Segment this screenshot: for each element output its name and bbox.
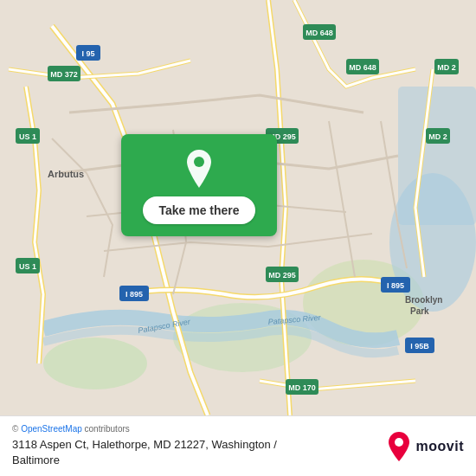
cta-overlay: Take me there <box>121 134 277 236</box>
svg-text:I 95B: I 95B <box>410 342 429 351</box>
map-container: I 95 I 95 MD 295 MD 295 I 895 I 895 MD 6… <box>0 0 476 415</box>
osm-link[interactable]: OpenStreetMap <box>21 424 82 434</box>
bottom-bar: © OpenStreetMap contributors 3118 Aspen … <box>0 415 476 476</box>
green-box: Take me there <box>121 134 277 236</box>
bottom-left: © OpenStreetMap contributors 3118 Aspen … <box>12 424 378 468</box>
svg-text:US 1: US 1 <box>19 132 36 141</box>
svg-text:I 895: I 895 <box>125 290 143 299</box>
svg-point-41 <box>194 157 204 167</box>
take-me-there-button[interactable]: Take me there <box>143 196 254 224</box>
svg-text:MD 372: MD 372 <box>50 70 78 79</box>
svg-text:Park: Park <box>410 306 429 316</box>
location-pin-icon <box>183 150 215 188</box>
svg-text:Brooklyn: Brooklyn <box>405 295 442 305</box>
svg-point-1 <box>43 338 147 389</box>
svg-text:MD 295: MD 295 <box>268 271 296 280</box>
moovit-pin-icon <box>387 432 411 461</box>
attribution-prefix: © <box>12 424 21 434</box>
svg-text:MD 2: MD 2 <box>437 63 456 72</box>
moovit-logo: moovit <box>387 432 464 461</box>
moovit-text-block: moovit <box>416 439 464 454</box>
address-line1: 3118 Aspen Ct, Halethorpe, MD 21227, Was… <box>12 437 378 453</box>
attribution-suffix: contributors <box>82 424 130 434</box>
svg-text:MD 648: MD 648 <box>306 29 333 37</box>
svg-text:US 1: US 1 <box>19 262 36 271</box>
svg-point-42 <box>395 438 403 447</box>
svg-text:I 95: I 95 <box>81 49 94 58</box>
svg-text:MD 648: MD 648 <box>349 63 376 72</box>
attribution: © OpenStreetMap contributors <box>12 424 378 434</box>
svg-rect-5 <box>398 87 476 225</box>
svg-text:Arbutus: Arbutus <box>48 169 84 179</box>
address-line2: Baltimore <box>12 453 378 468</box>
svg-text:MD 170: MD 170 <box>288 383 316 392</box>
svg-text:MD 2: MD 2 <box>428 132 447 141</box>
svg-text:I 895: I 895 <box>387 281 404 290</box>
moovit-brand-name: moovit <box>416 439 464 454</box>
